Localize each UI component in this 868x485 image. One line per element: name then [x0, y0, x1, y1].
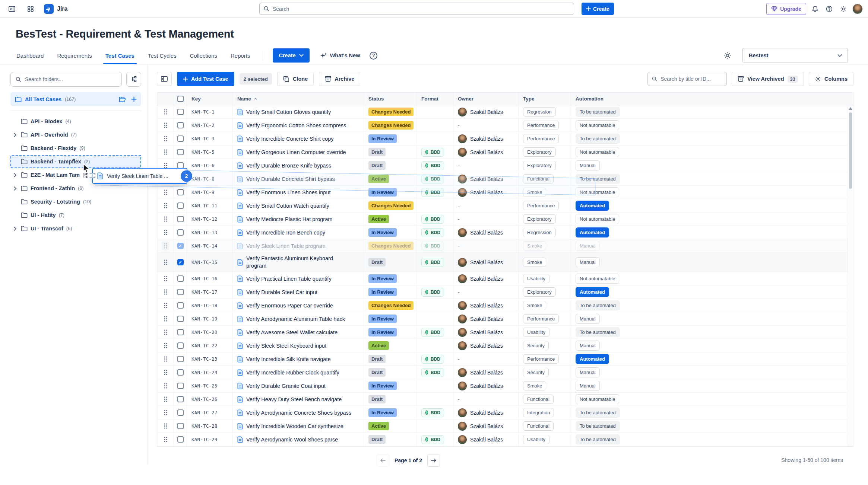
row-checkbox[interactable]: [177, 316, 184, 322]
test-case-name[interactable]: Verify Ergonomic Cotton Shoes compress: [246, 122, 346, 128]
column-header-key[interactable]: Key: [187, 93, 233, 105]
archive-button[interactable]: Archive: [319, 72, 360, 86]
table-row[interactable]: KAN-TC-8 Verify Durable Concrete Shirt b…: [157, 172, 853, 186]
page-help-icon[interactable]: [370, 52, 377, 60]
drag-handle[interactable]: [162, 134, 169, 143]
drag-handle[interactable]: [162, 382, 169, 390]
folder-search-input[interactable]: [25, 76, 117, 82]
add-folder-icon[interactable]: [131, 96, 137, 102]
row-checkbox[interactable]: [177, 259, 184, 265]
table-row[interactable]: KAN-TC-6 Verify Durable Bronze Knife byp…: [157, 159, 853, 172]
drag-handle[interactable]: [162, 368, 169, 377]
row-checkbox[interactable]: [177, 229, 184, 236]
test-case-name[interactable]: Verify Incredible Rubber Clock quantify: [246, 370, 339, 376]
test-case-name[interactable]: Verify Small Cotton Watch quantify: [246, 203, 329, 209]
test-case-name[interactable]: Verify Incredible Wooden Car synthesize: [246, 423, 343, 429]
drag-handle[interactable]: [162, 148, 169, 157]
test-case-name[interactable]: Verify Incredible Silk Knife navigate: [246, 356, 331, 362]
view-archived-button[interactable]: View Archived 33: [732, 72, 804, 86]
drag-handle[interactable]: [162, 188, 169, 197]
columns-button[interactable]: Columns: [809, 72, 853, 86]
row-checkbox[interactable]: [177, 396, 184, 402]
vertical-scrollbar[interactable]: [848, 106, 853, 446]
clone-button[interactable]: Clone: [277, 72, 314, 86]
table-row[interactable]: KAN-TC-27 Verify Aerodynamic Concrete Sh…: [157, 406, 853, 419]
sidebar-folder[interactable]: UI - Hatity (7): [10, 208, 141, 222]
scrollbar-thumb[interactable]: [849, 112, 852, 189]
drag-handle[interactable]: [162, 422, 169, 431]
drag-handle[interactable]: [162, 328, 169, 337]
table-row[interactable]: KAN-TC-15 Verify Fantastic Aluminum Keyb…: [157, 253, 853, 272]
table-row[interactable]: KAN-TC-24 Verify Incredible Rubber Clock…: [157, 366, 853, 379]
column-header-name[interactable]: Name: [233, 93, 364, 105]
tab-requirements[interactable]: Requirements: [56, 47, 92, 64]
drag-handle[interactable]: [162, 242, 169, 251]
test-case-name[interactable]: Verify Enormous Linen Shoes input: [246, 189, 331, 195]
whats-new-button[interactable]: What's New: [320, 52, 360, 59]
row-checkbox[interactable]: [177, 202, 184, 209]
test-case-name[interactable]: Verify Practical Linen Table quantify: [246, 276, 332, 282]
open-folder-icon[interactable]: [119, 96, 126, 102]
drag-handle[interactable]: [162, 301, 169, 310]
sidebar-folder[interactable]: UI - Transcof (6): [10, 222, 141, 235]
table-row[interactable]: KAN-TC-29 Verify Aerodynamic Wool Shoes …: [157, 433, 853, 446]
tab-test-cases[interactable]: Test Cases: [105, 47, 135, 64]
chevron-right-icon[interactable]: [12, 133, 18, 137]
drag-handle[interactable]: [162, 341, 169, 350]
table-search[interactable]: [647, 72, 727, 86]
table-row[interactable]: KAN-TC-19 Verify Aerodynamic Aluminum Ta…: [157, 312, 853, 326]
table-row[interactable]: KAN-TC-18 Verify Enormous Paper Car over…: [157, 299, 853, 312]
notifications-icon[interactable]: [810, 4, 820, 14]
test-case-name[interactable]: Verify Sleek Steel Keyboard input: [246, 343, 326, 349]
test-case-name[interactable]: Verify Fantastic Aluminum Keyboard progr…: [246, 255, 341, 269]
sidebar-item-all-test-cases[interactable]: All Test Cases (167): [10, 92, 141, 106]
sidebar-folder[interactable]: Backend - Tampflex (2): [10, 155, 141, 168]
row-checkbox[interactable]: [177, 423, 184, 429]
drag-handle[interactable]: [162, 201, 169, 210]
tab-dashboard[interactable]: Dashboard: [16, 47, 44, 64]
test-case-name[interactable]: Verify Small Cotton Gloves quantify: [246, 109, 331, 115]
column-header-type[interactable]: Type: [519, 93, 571, 105]
table-row[interactable]: KAN-TC-23 Verify Incredible Silk Knife n…: [157, 352, 853, 366]
test-case-name[interactable]: Verify Enormous Paper Car override: [246, 303, 333, 309]
drag-handle[interactable]: [162, 315, 169, 323]
table-row[interactable]: KAN-TC-11 Verify Small Cotton Watch quan…: [157, 199, 853, 213]
column-header-format[interactable]: Format: [417, 93, 453, 105]
global-search-input[interactable]: [273, 6, 570, 12]
jira-logo[interactable]: Jira: [44, 4, 67, 14]
test-case-name[interactable]: Verify Durable Granite Coat input: [246, 383, 326, 389]
drag-handle[interactable]: [162, 355, 169, 364]
row-checkbox[interactable]: [177, 149, 184, 155]
collapse-sidebar-button[interactable]: [157, 72, 172, 86]
row-checkbox[interactable]: [177, 275, 184, 282]
table-row[interactable]: KAN-TC-16 Verify Practical Linen Table q…: [157, 272, 853, 285]
drag-handle[interactable]: [162, 121, 169, 130]
folder-tree-view-button[interactable]: [126, 72, 141, 87]
sidebar-folder[interactable]: API - Biodex (4): [10, 115, 141, 128]
chevron-right-icon[interactable]: [12, 173, 18, 178]
user-avatar[interactable]: [852, 4, 863, 14]
drag-handle[interactable]: [162, 108, 169, 117]
row-checkbox[interactable]: [177, 369, 184, 376]
sidebar-folder[interactable]: API - Overhold (7): [10, 128, 141, 141]
column-header-automation[interactable]: Automation: [571, 93, 853, 105]
sidebar-expand-icon[interactable]: [7, 4, 17, 14]
test-case-name[interactable]: Verify Aerodynamic Aluminum Table hack: [246, 316, 345, 322]
row-checkbox[interactable]: [177, 216, 184, 222]
add-test-case-button[interactable]: Add Test Case: [177, 72, 234, 86]
test-case-name[interactable]: Verify Aerodynamic Concrete Shoes bypass: [246, 410, 351, 416]
test-case-name[interactable]: Verify Durable Steel Car input: [246, 289, 317, 295]
row-checkbox[interactable]: [177, 243, 184, 249]
help-icon[interactable]: [824, 4, 834, 14]
table-row[interactable]: KAN-TC-3 Verify Incredible Concrete Shir…: [157, 132, 853, 146]
table-row[interactable]: KAN-TC-26 Verify Heavy Duty Steel Bench …: [157, 393, 853, 406]
table-row[interactable]: KAN-TC-28 Verify Incredible Wooden Car s…: [157, 419, 853, 433]
theme-sun-icon[interactable]: [722, 50, 733, 61]
drag-handle[interactable]: [162, 258, 169, 267]
table-row[interactable]: KAN-TC-25 Verify Durable Granite Coat in…: [157, 379, 853, 393]
global-create-button[interactable]: Create: [582, 3, 614, 15]
row-checkbox[interactable]: [177, 289, 184, 295]
test-case-name[interactable]: Verify Mediocre Plastic Hat program: [246, 216, 332, 222]
drag-handle[interactable]: [162, 408, 169, 417]
app-switcher-icon[interactable]: [25, 4, 36, 14]
